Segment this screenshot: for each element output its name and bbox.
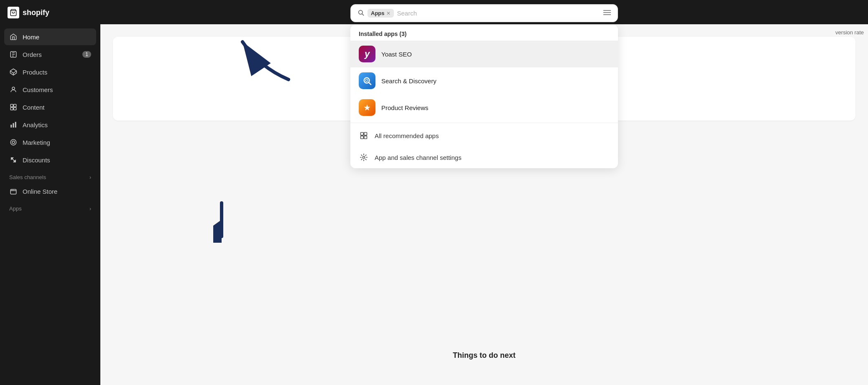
svg-rect-9 bbox=[10, 125, 12, 128]
star-icon: ★ bbox=[363, 103, 371, 113]
svg-line-27 bbox=[369, 82, 371, 85]
sidebar: shopify Home Orders 1 bbox=[0, 0, 100, 385]
sales-channels-chevron[interactable]: › bbox=[89, 175, 91, 180]
orders-icon bbox=[9, 50, 18, 59]
svg-rect-31 bbox=[361, 136, 364, 139]
grid-icon bbox=[359, 131, 369, 141]
search-input[interactable]: Search bbox=[397, 10, 600, 17]
svg-point-20 bbox=[13, 190, 14, 190]
main-content: version rate Things to do next Apps ✕ Se… bbox=[100, 0, 868, 385]
sidebar-item-analytics[interactable]: Analytics bbox=[4, 116, 96, 133]
all-recommended-apps-item[interactable]: All recommended apps bbox=[350, 125, 618, 146]
brand-name: shopify bbox=[23, 8, 49, 17]
dropdown-divider bbox=[350, 123, 618, 123]
search-discovery-app-name: Search & Discovery bbox=[381, 77, 437, 85]
app-item-search-discovery[interactable]: Search & Discovery bbox=[350, 67, 618, 94]
customers-icon bbox=[9, 85, 18, 94]
svg-rect-8 bbox=[14, 108, 16, 110]
analytics-icon bbox=[9, 121, 18, 129]
apps-section: Apps › bbox=[4, 200, 96, 214]
svg-point-19 bbox=[12, 190, 13, 190]
all-recommended-apps-label: All recommended apps bbox=[375, 132, 439, 139]
sidebar-item-label: Home bbox=[23, 33, 39, 41]
svg-point-28 bbox=[365, 79, 368, 82]
sidebar-item-label: Marketing bbox=[23, 139, 50, 146]
things-to-do-label: Things to do next bbox=[453, 351, 516, 360]
search-dropdown: Installed apps (3) y Yoast SEO Search & … bbox=[350, 25, 618, 168]
svg-rect-7 bbox=[10, 108, 13, 110]
apps-filter-tag[interactable]: Apps ✕ bbox=[368, 9, 394, 18]
sales-channels-label: Sales channels bbox=[9, 174, 46, 180]
sidebar-item-label: Orders bbox=[23, 51, 42, 58]
shopify-logo: shopify bbox=[8, 7, 49, 18]
svg-rect-18 bbox=[10, 190, 16, 194]
sidebar-item-label: Online Store bbox=[23, 188, 57, 195]
search-overlay: Apps ✕ Search Installed apps (3) y Yoast… bbox=[350, 4, 618, 168]
sidebar-item-orders[interactable]: Orders 1 bbox=[4, 46, 96, 63]
sidebar-header: shopify bbox=[0, 0, 100, 25]
sidebar-item-label: Analytics bbox=[23, 121, 48, 128]
sidebar-item-content[interactable]: Content bbox=[4, 99, 96, 116]
online-store-icon bbox=[9, 187, 18, 195]
svg-rect-30 bbox=[364, 133, 367, 136]
search-bar[interactable]: Apps ✕ Search bbox=[350, 4, 618, 22]
shopify-bag-icon bbox=[8, 7, 19, 18]
app-settings-label: App and sales channel settings bbox=[375, 154, 462, 161]
svg-rect-29 bbox=[361, 133, 364, 136]
sidebar-item-online-store[interactable]: Online Store bbox=[4, 183, 96, 200]
app-item-product-reviews[interactable]: ★ Product Reviews bbox=[350, 94, 618, 121]
product-reviews-app-name: Product Reviews bbox=[381, 104, 429, 111]
app-item-yoast[interactable]: y Yoast SEO bbox=[350, 41, 618, 67]
sidebar-item-label: Products bbox=[23, 69, 47, 76]
svg-point-13 bbox=[12, 141, 15, 144]
search-icon bbox=[357, 9, 364, 18]
version-rate-label: version rate bbox=[835, 29, 864, 36]
svg-rect-32 bbox=[364, 136, 367, 139]
search-discovery-app-icon bbox=[359, 72, 375, 89]
sidebar-item-home[interactable]: Home bbox=[4, 28, 96, 45]
discounts-icon bbox=[9, 156, 18, 164]
sidebar-navigation: Home Orders 1 Products bbox=[0, 25, 100, 385]
apps-tag-label: Apps bbox=[371, 10, 385, 16]
svg-line-22 bbox=[362, 14, 364, 15]
svg-rect-10 bbox=[13, 123, 14, 128]
svg-rect-11 bbox=[15, 122, 16, 128]
apps-label: Apps bbox=[9, 205, 22, 212]
filter-icon[interactable] bbox=[603, 10, 611, 17]
gear-icon bbox=[359, 152, 369, 162]
svg-rect-6 bbox=[14, 104, 16, 107]
svg-point-12 bbox=[10, 139, 16, 145]
yoast-app-name: Yoast SEO bbox=[381, 51, 412, 58]
apps-tag-close-icon[interactable]: ✕ bbox=[386, 10, 391, 16]
sidebar-item-label: Customers bbox=[23, 86, 53, 93]
orders-badge: 1 bbox=[82, 51, 91, 58]
sidebar-item-label: Content bbox=[23, 104, 45, 111]
sidebar-item-products[interactable]: Products bbox=[4, 64, 96, 80]
apps-chevron[interactable]: › bbox=[89, 206, 91, 212]
sidebar-item-marketing[interactable]: Marketing bbox=[4, 134, 96, 151]
sidebar-item-customers[interactable]: Customers bbox=[4, 81, 96, 98]
svg-point-4 bbox=[12, 87, 15, 90]
app-settings-item[interactable]: App and sales channel settings bbox=[350, 146, 618, 168]
svg-rect-5 bbox=[10, 104, 13, 107]
svg-point-33 bbox=[363, 157, 365, 159]
sidebar-item-discounts[interactable]: Discounts bbox=[4, 151, 96, 168]
installed-apps-label: Installed apps (3) bbox=[350, 25, 618, 41]
product-reviews-app-icon: ★ bbox=[359, 99, 375, 116]
sales-channels-section: Sales channels › bbox=[4, 169, 96, 183]
sidebar-item-label: Discounts bbox=[23, 157, 50, 164]
products-icon bbox=[9, 68, 18, 76]
yoast-app-icon: y bbox=[359, 46, 375, 62]
marketing-icon bbox=[9, 138, 18, 146]
home-icon bbox=[9, 33, 18, 41]
content-icon bbox=[9, 103, 18, 111]
